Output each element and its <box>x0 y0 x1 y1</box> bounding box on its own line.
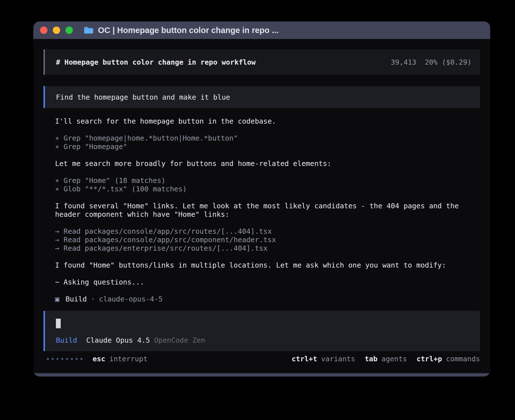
shortcut-variants: ctrl+t variants <box>292 355 355 363</box>
token-count: 39,413 <box>391 58 416 66</box>
conversation: I'll search for the homepage button in t… <box>55 117 480 303</box>
text-cursor <box>56 319 61 328</box>
tool-call: → Read packages/enterprise/src/routes/[.… <box>55 244 480 253</box>
traffic-light-minimize[interactable] <box>53 27 60 34</box>
user-message-text: Find the homepage button and make it blu… <box>56 93 230 101</box>
tool-call: → Read packages/console/app/src/componen… <box>55 236 480 244</box>
status-bar: esc interrupt ctrl+t variants tab agents… <box>43 355 480 363</box>
shortcut-label: variants <box>321 355 355 363</box>
folder-icon <box>84 26 94 34</box>
input-meta: Build Claude Opus 4.5 OpenCode Zen <box>56 336 472 344</box>
shortcut-commands: ctrl+p commands <box>416 355 480 363</box>
agent-model: claude-opus-4-5 <box>99 295 163 303</box>
shortcut-key: ctrl+t <box>292 355 317 363</box>
spinner-dot <box>56 358 58 360</box>
shortcut-key: ctrl+p <box>416 355 442 363</box>
agent-icon: ▣ <box>55 295 59 303</box>
model-name: Claude Opus 4.5 <box>86 336 150 344</box>
spinner-dot <box>61 358 63 360</box>
model-provider: OpenCode Zen <box>154 336 205 344</box>
context-usage: 20% ($0.29) <box>425 58 472 66</box>
tool-call-group: ∗ Grep "Home" (18 matches) ∗ Glob "**/*.… <box>55 176 480 193</box>
shortcut-key: esc <box>93 355 105 363</box>
terminal-window: OC | Homepage button color change in rep… <box>33 21 490 377</box>
agent-name: Build <box>66 295 87 303</box>
traffic-light-close[interactable] <box>40 27 47 34</box>
spinner-dot <box>71 358 73 360</box>
shortcut-label: commands <box>446 355 480 363</box>
terminal-content: # Homepage button color change in repo w… <box>33 39 490 373</box>
shortcut-agents: tab agents <box>365 355 407 363</box>
assistant-text: Let me search more broadly for buttons a… <box>55 159 480 168</box>
tool-call: ∗ Grep "homepage|home.*button|Home.*butt… <box>55 134 480 143</box>
status-line: ~ Asking questions... <box>55 278 480 286</box>
shortcut-key: tab <box>365 355 377 363</box>
agent-row: ▣ Build · claude-opus-4-5 <box>55 295 480 303</box>
session-title: # Homepage button color change in repo w… <box>56 58 256 66</box>
tool-call: ∗ Grep "Home" (18 matches) <box>55 176 480 185</box>
session-header: # Homepage button color change in repo w… <box>43 49 480 75</box>
user-message: Find the homepage button and make it blu… <box>43 86 480 108</box>
shortcut-label: agents <box>381 355 407 363</box>
tool-call: ∗ Grep "Homepage" <box>55 143 480 151</box>
window-title: OC | Homepage button color change in rep… <box>98 26 279 35</box>
agent-separator: · <box>91 295 95 303</box>
spinner-dot <box>76 358 78 360</box>
prompt-input[interactable]: Build Claude Opus 4.5 OpenCode Zen <box>43 311 480 351</box>
spinner-dot <box>66 358 68 360</box>
traffic-light-zoom[interactable] <box>66 27 73 34</box>
tool-call: ∗ Glob "**/*.tsx" (100 matches) <box>55 185 480 193</box>
spinner-dots <box>47 358 82 360</box>
agent-mode-label[interactable]: Build <box>56 336 77 344</box>
shortcut-interrupt: esc interrupt <box>93 355 148 363</box>
tool-call-group: → Read packages/console/app/src/routes/[… <box>55 227 480 253</box>
spinner-dot <box>47 358 49 360</box>
assistant-text: I found several "Home" links. Let me loo… <box>55 202 480 219</box>
titlebar: OC | Homepage button color change in rep… <box>33 21 490 39</box>
assistant-text: I'll search for the homepage button in t… <box>55 117 480 126</box>
tool-call-group: ∗ Grep "homepage|home.*button|Home.*butt… <box>55 134 480 151</box>
tool-call: → Read packages/console/app/src/routes/[… <box>55 227 480 236</box>
session-stats: 39,413 20% ($0.29) <box>391 58 472 66</box>
assistant-text: I found "Home" buttons/links in multiple… <box>55 261 480 270</box>
spinner-dot <box>80 358 82 360</box>
spinner-dot <box>52 358 54 360</box>
shortcut-label: interrupt <box>109 355 147 363</box>
